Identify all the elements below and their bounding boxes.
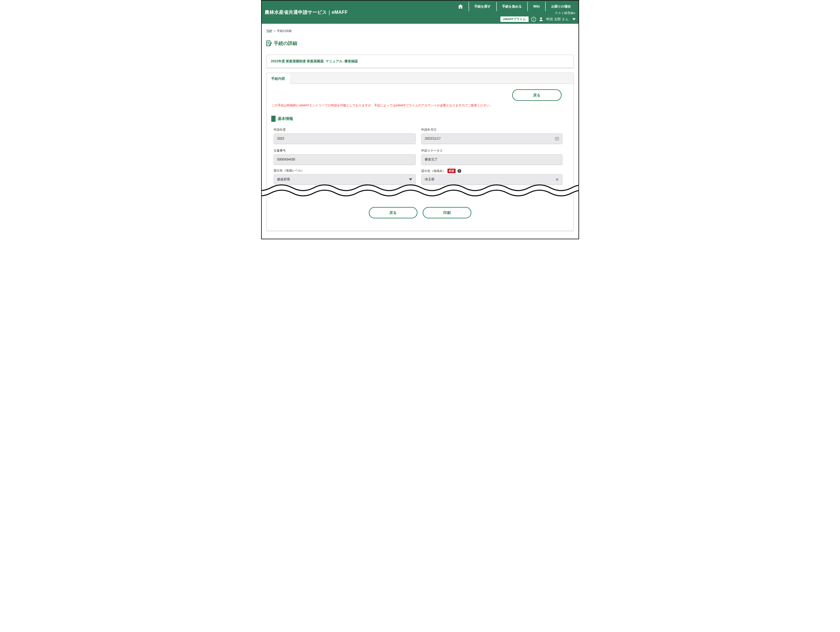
app-date-label: 申請年月日 [421,128,562,132]
app-year-label: 申請年度 [274,128,416,132]
org-name: テスト経営体α [555,11,575,15]
global-header: 農林水産省共通申請サービス｜eMAFF 手続を探す 手続を進める Wiki お困… [262,1,578,24]
dest-name-value: 埼玉県 [425,177,434,182]
nav-wiki[interactable]: Wiki [527,2,545,11]
status-label: 申請ステータス [421,149,562,153]
back-button-top[interactable]: 戻る [512,89,562,101]
section-title: 基本情報 [278,116,293,121]
dest-name-label: 提出先（地域名） 必須 i [421,169,562,173]
procedure-name-box: 2022年度 家庭菜園制度 家庭菜園届_マニュアル_審査確認 [267,55,574,68]
procedure-name: 2022年度 家庭菜園制度 家庭菜園届_マニュアル_審査確認 [271,59,358,63]
service-title: 農林水産省共通申請サービス｜eMAFF [265,9,348,16]
user-name: 申請 太郎 さん [546,17,569,22]
status-field[interactable]: 審査完了 [421,154,562,165]
entry-account-notice: この手続は特例的にeMAFFエントリーでの申請を可能としておりますが、手続によっ… [272,103,568,108]
breadcrumb: TOP ＞ 手続の詳細 [267,29,292,33]
status-value: 審査完了 [425,157,438,162]
dest-name-field[interactable]: 埼玉県 ✕ [421,174,562,185]
section-marker [271,116,276,122]
app-year-field[interactable]: 2022 [274,133,416,144]
basic-info-section-header: 基本情報 [271,116,293,122]
doc-number-value: 0000434430 [277,158,295,162]
prime-info-icon[interactable]: i [531,17,536,22]
global-nav: 手続を探す 手続を進める Wiki お困りの場合 [452,2,576,11]
nav-find-procedure[interactable]: 手続を探す [469,2,496,11]
app-date-field[interactable]: 2022/11/17 [421,133,562,144]
dest-level-value: 都道府県 [277,177,290,182]
nav-home[interactable] [452,2,469,11]
breadcrumb-current: 手続の詳細 [277,29,292,32]
home-icon [458,4,463,9]
dest-level-select[interactable]: 都道府県 [274,174,416,185]
nav-help[interactable]: お困りの場合 [545,2,576,11]
procedure-detail-panel: 手続内容 戻る この手続は特例的にeMAFFエントリーでの申請を可能としておりま… [267,73,574,231]
required-badge: 必須 [447,169,456,173]
user-menu-caret-icon[interactable] [572,18,576,20]
dest-name-info-icon[interactable]: i [458,169,461,173]
select-arrow-icon [409,178,412,181]
procedure-detail-icon [266,40,272,46]
clear-icon[interactable]: ✕ [555,177,559,182]
tab-strip: 手続内容 [267,73,573,84]
dest-level-label: 提出先（地域レベル） [274,169,416,173]
print-button[interactable]: 印刷 [423,207,471,219]
calendar-icon[interactable] [555,136,559,141]
doc-number-field[interactable]: 0000434430 [274,154,416,165]
breadcrumb-top-link[interactable]: TOP [267,29,272,32]
app-date-value: 2022/11/17 [425,137,441,141]
doc-number-label: 文書番号 [274,149,416,153]
footer-buttons: 戻る 印刷 [267,207,573,219]
page-title-text: 手続の詳細 [274,40,297,46]
page-title: 手続の詳細 [266,40,297,46]
nav-proceed-procedure[interactable]: 手続を進める [496,2,527,11]
emaff-prime-badge: eMAFFプライム [501,16,529,22]
tab-procedure-content[interactable]: 手続内容 [267,73,289,84]
user-icon [539,17,543,22]
back-button-bottom[interactable]: 戻る [369,207,417,219]
app-year-value: 2022 [277,137,284,141]
breadcrumb-separator: ＞ [273,29,276,32]
user-area: eMAFFプライム i 申請 太郎 さん [501,16,576,22]
application-detail-page: 農林水産省共通申請サービス｜eMAFF 手続を探す 手続を進める Wiki お困… [261,0,579,239]
